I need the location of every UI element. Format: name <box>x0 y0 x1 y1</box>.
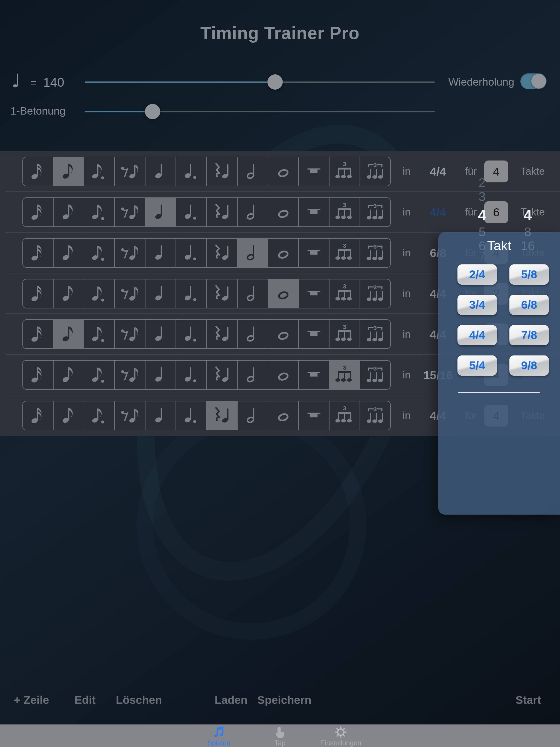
preset-5-8-button[interactable]: 5/8 <box>509 264 549 285</box>
note-button-quarter-rest-quarter-note[interactable] <box>207 239 237 267</box>
preset-6-8-button[interactable]: 6/8 <box>509 295 549 315</box>
preset-9-8-button[interactable]: 9/8 <box>509 356 549 376</box>
note-button-quarter-note[interactable] <box>146 157 176 186</box>
denominator-option-4[interactable]: 4 <box>524 206 532 223</box>
note-button-half-note[interactable] <box>238 320 268 349</box>
preset-5-4-button[interactable]: 5/4 <box>457 356 497 376</box>
note-button-quarter-rest-quarter-note[interactable] <box>207 361 237 389</box>
note-button-quarter-note[interactable] <box>146 239 176 267</box>
note-button-sixteenth-note[interactable] <box>23 198 54 226</box>
note-button-eighth-triplet[interactable]: 3 <box>330 361 360 389</box>
note-button-dotted-eighth-note[interactable] <box>84 239 115 267</box>
note-button-dotted-eighth-note[interactable] <box>84 279 115 308</box>
note-button-quarter-rest-quarter-note[interactable] <box>207 320 237 349</box>
note-button-quarter-triplet[interactable]: 3 <box>360 239 390 267</box>
note-button-quarter-note[interactable] <box>146 361 176 389</box>
note-button-eighth-note[interactable] <box>54 361 84 389</box>
edit-button[interactable]: Edit <box>74 693 96 706</box>
note-button-eighth-rest-eighth-note[interactable] <box>115 279 146 308</box>
note-button-eighth-note[interactable] <box>54 320 84 349</box>
note-button-eighth-triplet[interactable]: 3 <box>330 239 360 267</box>
note-button-whole-rest[interactable] <box>299 402 330 430</box>
time-signature-value[interactable]: 4/4 <box>430 165 446 178</box>
note-button-dotted-quarter-note[interactable] <box>176 198 207 226</box>
note-button-whole-note[interactable] <box>268 361 299 389</box>
note-button-whole-note[interactable] <box>268 157 299 186</box>
note-button-sixteenth-note[interactable] <box>23 320 54 349</box>
note-button-quarter-note[interactable] <box>146 402 176 430</box>
save-button[interactable]: Speichern <box>257 693 311 706</box>
numerator-option-3[interactable]: 3 <box>479 189 486 204</box>
note-button-whole-note[interactable] <box>268 279 299 308</box>
note-button-eighth-rest-eighth-note[interactable] <box>115 320 146 349</box>
note-button-eighth-note[interactable] <box>54 279 84 308</box>
numerator-option-2[interactable]: 2 <box>479 175 486 190</box>
note-button-whole-rest[interactable] <box>299 320 330 349</box>
note-button-quarter-triplet[interactable]: 3 <box>360 402 390 430</box>
note-button-whole-note[interactable] <box>268 198 299 226</box>
note-button-whole-note[interactable] <box>268 320 299 349</box>
note-button-dotted-eighth-note[interactable] <box>84 198 115 226</box>
note-button-eighth-rest-eighth-note[interactable] <box>115 239 146 267</box>
note-button-half-note[interactable] <box>238 402 268 430</box>
note-button-dotted-quarter-note[interactable] <box>176 239 207 267</box>
note-button-dotted-quarter-note[interactable] <box>176 279 207 308</box>
numerator-option-4[interactable]: 4 <box>478 206 486 223</box>
note-button-sixteenth-note[interactable] <box>23 239 54 267</box>
preset-7-8-button[interactable]: 7/8 <box>509 325 549 345</box>
note-button-sixteenth-note[interactable] <box>23 157 54 186</box>
tab-einstellungen[interactable]: Einstellungen <box>305 725 376 747</box>
note-button-dotted-eighth-note[interactable] <box>84 157 115 186</box>
note-button-eighth-triplet[interactable]: 3 <box>330 320 360 349</box>
note-button-eighth-triplet[interactable]: 3 <box>330 402 360 430</box>
note-button-quarter-triplet[interactable]: 3 <box>360 157 390 186</box>
tab-tap[interactable]: Tap <box>245 725 315 747</box>
note-button-quarter-triplet[interactable]: 3 <box>360 198 390 226</box>
note-button-eighth-triplet[interactable]: 3 <box>330 279 360 308</box>
denominator-option-8[interactable]: 8 <box>524 225 531 239</box>
preset-2-4-button[interactable]: 2/4 <box>457 264 497 285</box>
note-button-eighth-rest-eighth-note[interactable] <box>115 361 146 389</box>
note-button-dotted-quarter-note[interactable] <box>176 402 207 430</box>
note-button-whole-rest[interactable] <box>299 198 330 226</box>
repeat-toggle[interactable] <box>520 73 546 89</box>
note-button-quarter-triplet[interactable]: 3 <box>360 279 390 308</box>
preset-4-4-button[interactable]: 4/4 <box>457 325 497 345</box>
note-button-eighth-rest-eighth-note[interactable] <box>115 157 146 186</box>
note-button-eighth-triplet[interactable]: 3 <box>330 157 360 186</box>
note-button-quarter-rest-quarter-note[interactable] <box>207 198 237 226</box>
note-button-whole-note[interactable] <box>268 239 299 267</box>
note-button-eighth-note[interactable] <box>54 402 84 430</box>
note-button-quarter-note[interactable] <box>146 279 176 308</box>
add-row-button[interactable]: + Zeile <box>14 693 49 706</box>
accent-slider[interactable] <box>85 111 435 112</box>
note-button-quarter-triplet[interactable]: 3 <box>360 361 390 389</box>
numerator-option-5[interactable]: 5 <box>479 225 486 239</box>
load-button[interactable]: Laden <box>215 693 248 706</box>
note-button-whole-note[interactable] <box>268 402 299 430</box>
note-button-eighth-note[interactable] <box>54 239 84 267</box>
bars-stepper[interactable]: 6 <box>484 201 508 223</box>
note-button-quarter-rest-quarter-note[interactable] <box>207 157 237 186</box>
note-button-dotted-quarter-note[interactable] <box>176 320 207 349</box>
note-button-whole-rest[interactable] <box>299 157 330 186</box>
delete-button[interactable]: Löschen <box>116 693 162 706</box>
note-button-sixteenth-note[interactable] <box>23 402 54 430</box>
note-button-dotted-quarter-note[interactable] <box>176 361 207 389</box>
bars-stepper[interactable]: 4 <box>484 160 508 182</box>
note-button-eighth-triplet[interactable]: 3 <box>330 198 360 226</box>
note-button-whole-rest[interactable] <box>299 361 330 389</box>
note-button-whole-rest[interactable] <box>299 279 330 308</box>
numerator-option-7[interactable]: 7 <box>479 249 486 264</box>
start-button[interactable]: Start <box>515 693 541 706</box>
denominator-option-16[interactable]: 16 <box>520 238 535 253</box>
note-button-eighth-note[interactable] <box>54 198 84 226</box>
note-button-quarter-rest-quarter-note[interactable] <box>207 279 237 308</box>
note-button-half-note[interactable] <box>238 198 268 226</box>
note-button-sixteenth-note[interactable] <box>23 279 54 308</box>
preset-3-4-button[interactable]: 3/4 <box>457 295 497 315</box>
note-button-dotted-eighth-note[interactable] <box>84 402 115 430</box>
tempo-slider[interactable] <box>85 81 435 83</box>
note-button-eighth-note[interactable] <box>54 157 84 186</box>
note-button-eighth-rest-eighth-note[interactable] <box>115 402 146 430</box>
